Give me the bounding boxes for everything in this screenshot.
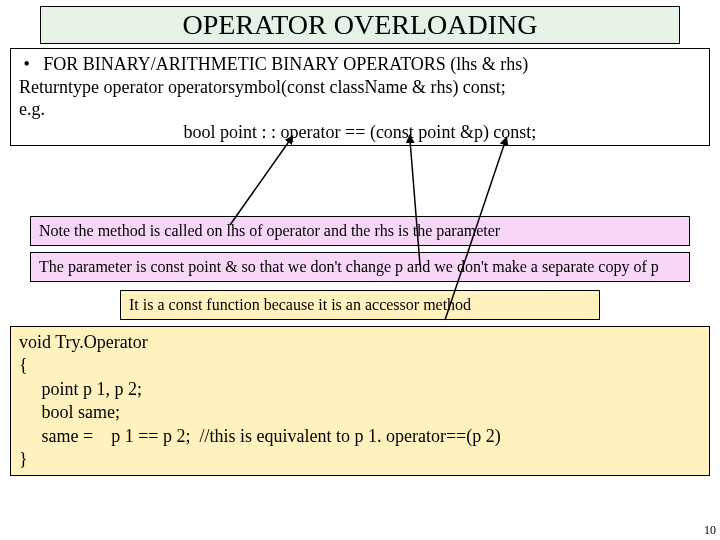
note-pink-1: Note the method is called on lhs of oper… bbox=[30, 216, 690, 246]
arrow-to-operator bbox=[230, 140, 290, 225]
intro-line-4: bool point : : operator == (const point … bbox=[19, 121, 701, 144]
intro-box: • FOR BINARY/ARITHMETIC BINARY OPERATORS… bbox=[10, 48, 710, 146]
note-yellow: It is a const function because it is an … bbox=[120, 290, 600, 320]
code-box: void Try.Operator { point p 1, p 2; bool… bbox=[10, 326, 710, 476]
intro-line-3: e.g. bbox=[19, 98, 701, 121]
intro-line-1: • FOR BINARY/ARITHMETIC BINARY OPERATORS… bbox=[19, 53, 701, 76]
arrow-to-param bbox=[410, 140, 420, 265]
note-pink-2: The parameter is const point & so that w… bbox=[30, 252, 690, 282]
slide-title: OPERATOR OVERLOADING bbox=[40, 6, 680, 44]
slide-number: 10 bbox=[704, 523, 716, 538]
intro-line-2: Returntype operator operatorsymbol(const… bbox=[19, 76, 701, 99]
